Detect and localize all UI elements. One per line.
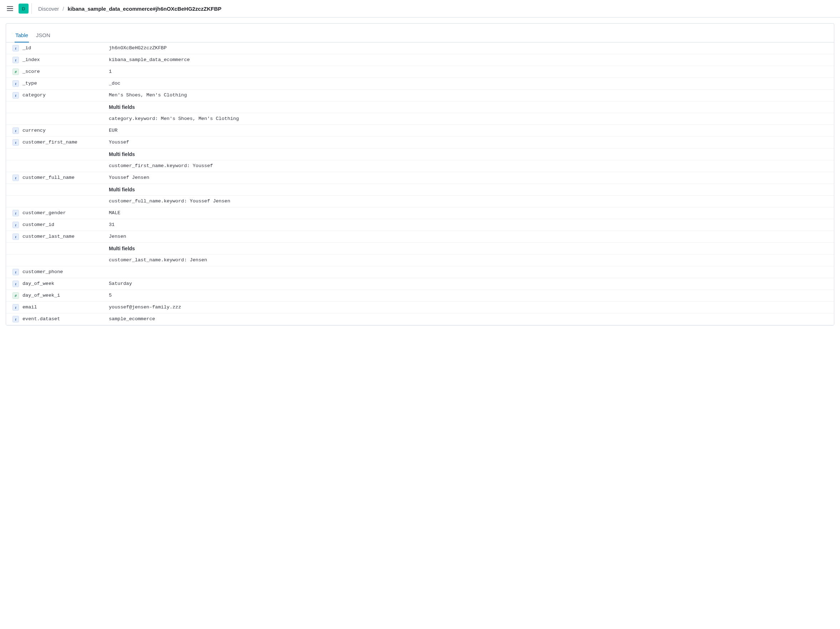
breadcrumb-current: kibana_sample_data_ecommerce#jh6nOXcBeHG… [68,6,222,12]
field-row[interactable]: tcustomer_full_nameYoussef Jensen [6,172,834,184]
field-type-cell: t [9,139,21,145]
field-value: 5 [109,292,825,298]
field-value: 1 [109,68,825,74]
field-row[interactable]: t_type_doc [6,78,834,90]
tab-json[interactable]: JSON [35,32,51,43]
text-type-icon: t [13,269,19,275]
text-type-icon: t [13,222,19,228]
multi-fields-value: customer_last_name.keyword: Jensen [109,257,825,263]
breadcrumb: Discover / kibana_sample_data_ecommerce#… [38,6,222,12]
field-row[interactable]: tday_of_weekSaturday [6,278,834,290]
field-type-cell: t [9,269,21,275]
field-type-cell: t [9,56,21,63]
text-type-icon: t [13,57,19,63]
field-name: _score [21,68,109,74]
doc-tabs: Table JSON [6,32,834,43]
multi-fields-value-row: category.keyword: Men's Shoes, Men's Clo… [6,113,834,125]
text-type-icon: t [13,234,19,240]
field-value: youssef@jensen-family.zzz [109,304,825,310]
field-name: _id [21,44,109,51]
field-type-cell: t [9,280,21,287]
field-type-cell: t [9,127,21,134]
tab-table[interactable]: Table [15,32,29,43]
text-type-icon: t [13,80,19,87]
app-logo-badge[interactable]: D [19,3,28,14]
multi-fields-value-row: customer_full_name.keyword: Youssef Jens… [6,196,834,207]
page-body: Table JSON t_idjh6nOXcBeHG2zczZKFBPt_ind… [0,17,840,331]
field-type-cell: t [9,92,21,98]
field-row[interactable]: tcustomer_phone [6,266,834,278]
text-type-icon: t [13,175,19,181]
field-row[interactable]: tcustomer_first_nameYoussef [6,137,834,149]
breadcrumb-separator: / [62,6,64,12]
field-name: _type [21,80,109,86]
multi-fields-label: Multi fields [109,151,825,157]
field-type-cell: # [9,292,21,299]
multi-fields-heading-row: Multi fields [6,101,834,113]
number-type-icon: # [13,292,19,299]
field-name: customer_first_name [21,139,109,145]
breadcrumb-parent[interactable]: Discover [38,6,59,12]
field-name: customer_gender [21,210,109,216]
field-value: _doc [109,80,825,86]
field-row[interactable]: tcurrencyEUR [6,125,834,137]
field-value: MALE [109,210,825,216]
field-value: Saturday [109,280,825,286]
multi-fields-heading-row: Multi fields [6,184,834,196]
multi-fields-value: category.keyword: Men's Shoes, Men's Clo… [109,115,825,122]
field-name: customer_full_name [21,174,109,180]
field-row[interactable]: tcategoryMen's Shoes, Men's Clothing [6,90,834,101]
field-type-cell: t [9,221,21,228]
field-value: 31 [109,221,825,228]
text-type-icon: t [13,128,19,134]
field-name: customer_last_name [21,233,109,239]
field-row[interactable]: t_indexkibana_sample_data_ecommerce [6,54,834,66]
multi-fields-value: customer_first_name.keyword: Youssef [109,163,825,169]
app-header: D Discover / kibana_sample_data_ecommerc… [0,0,840,17]
text-type-icon: t [13,316,19,322]
text-type-icon: t [13,210,19,217]
field-type-cell: # [9,68,21,75]
multi-fields-value-row: customer_last_name.keyword: Jensen [6,254,834,266]
field-row[interactable]: tcustomer_id31 [6,219,834,231]
field-value: Jensen [109,233,825,239]
multi-fields-label: Multi fields [109,104,825,110]
header-separator [32,3,32,14]
text-type-icon: t [13,92,19,98]
field-row[interactable]: temailyoussef@jensen-family.zzz [6,302,834,313]
field-type-cell: t [9,174,21,181]
field-name: day_of_week [21,280,109,286]
field-name: email [21,304,109,310]
field-value: jh6nOXcBeHG2zczZKFBP [109,44,825,51]
field-value: sample_ecommerce [109,316,825,322]
field-row[interactable]: t_idjh6nOXcBeHG2zczZKFBP [6,43,834,54]
field-row[interactable]: tcustomer_genderMALE [6,207,834,219]
text-type-icon: t [13,281,19,287]
field-name: currency [21,127,109,133]
field-name: customer_phone [21,269,109,275]
field-row[interactable]: tcustomer_last_nameJensen [6,231,834,243]
multi-fields-value-row: customer_first_name.keyword: Youssef [6,160,834,172]
field-value: EUR [109,127,825,133]
hamburger-icon [7,5,13,12]
field-type-cell: t [9,304,21,311]
multi-fields-label: Multi fields [109,186,825,193]
field-row[interactable]: tevent.datasetsample_ecommerce [6,313,834,325]
field-type-cell: t [9,233,21,240]
nav-menu-button[interactable] [3,2,17,16]
number-type-icon: # [13,68,19,75]
field-type-cell: t [9,316,21,322]
text-type-icon: t [13,139,19,145]
field-value: Youssef Jensen [109,174,825,180]
field-value: Youssef [109,139,825,145]
field-row[interactable]: #day_of_week_i5 [6,290,834,302]
multi-fields-value: customer_full_name.keyword: Youssef Jens… [109,198,825,204]
field-type-cell: t [9,80,21,87]
field-value [109,269,825,269]
multi-fields-label: Multi fields [109,245,825,251]
field-row[interactable]: #_score1 [6,66,834,78]
field-name: day_of_week_i [21,292,109,298]
field-name: category [21,92,109,98]
field-type-cell: t [9,210,21,217]
multi-fields-heading-row: Multi fields [6,243,834,254]
